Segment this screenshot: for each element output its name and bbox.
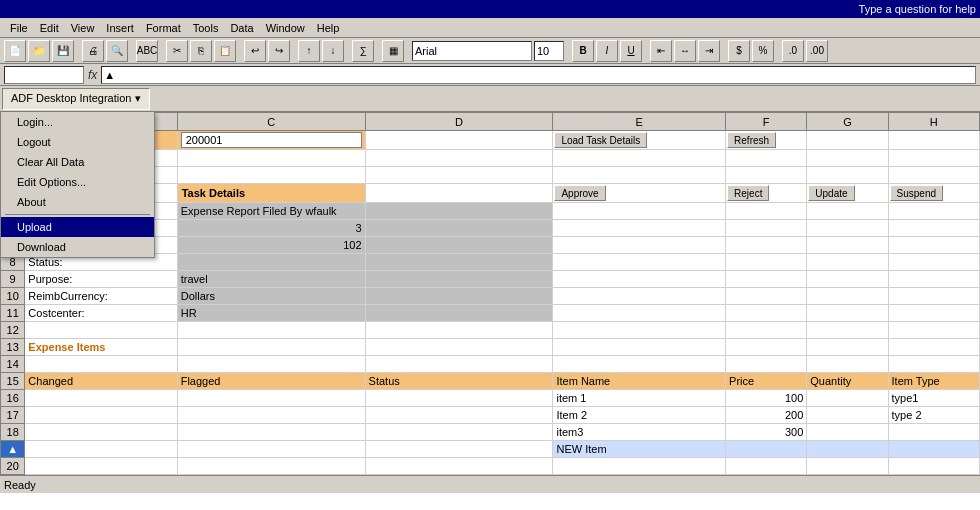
cell-d15: Status [365,373,553,390]
open-button[interactable]: 📁 [28,40,50,62]
cell-g4[interactable]: Update [807,184,888,203]
dropdown-separator [5,214,150,215]
cell-e13 [553,339,726,356]
decimal-inc-button[interactable]: .0 [782,40,804,62]
font-selector[interactable] [412,41,532,61]
cell-e7 [553,237,726,254]
cell-e1[interactable]: Load Task Details [553,131,726,150]
align-right-button[interactable]: ⇥ [698,40,720,62]
cell-d17 [365,407,553,424]
sum-button[interactable]: ∑ [352,40,374,62]
cell-b20 [25,458,177,475]
adf-menu-login[interactable]: Login... [1,112,154,132]
formula-bar: fx [0,64,980,86]
adf-integration-button[interactable]: ADF Desktop Integration ▾ [2,88,150,110]
col-header-g[interactable]: G [807,113,888,131]
name-box[interactable] [4,66,84,84]
row-header-20: 20 [1,458,25,475]
copy-button[interactable]: ⎘ [190,40,212,62]
adf-menu-logout[interactable]: Logout [1,132,154,152]
save-button[interactable]: 💾 [52,40,74,62]
percent-button[interactable]: % [752,40,774,62]
spell-button[interactable]: ABC [136,40,158,62]
cell-h8 [888,254,979,271]
cell-e6 [553,220,726,237]
table-row: 9 Purpose: travel [1,271,980,288]
menu-window[interactable]: Window [260,20,311,36]
cell-e4[interactable]: Approve [553,184,726,203]
cell-f4[interactable]: Reject [726,184,807,203]
menu-data[interactable]: Data [224,20,259,36]
cell-c12 [177,322,365,339]
undo-button[interactable]: ↩ [244,40,266,62]
align-left-button[interactable]: ⇤ [650,40,672,62]
col-header-d[interactable]: D [365,113,553,131]
menu-view[interactable]: View [65,20,101,36]
table-row: 14 [1,356,980,373]
update-button[interactable]: Update [808,185,854,201]
menu-tools[interactable]: Tools [187,20,225,36]
menu-file[interactable]: File [4,20,34,36]
cell-b16 [25,390,177,407]
col-header-f[interactable]: F [726,113,807,131]
adf-menu-edit-options[interactable]: Edit Options... [1,172,154,192]
cell-c10: Dollars [177,288,365,305]
preview-button[interactable]: 🔍 [106,40,128,62]
decimal-dec-button[interactable]: .00 [806,40,828,62]
load-task-details-button[interactable]: Load Task Details [554,132,647,148]
cell-f8 [726,254,807,271]
sort-desc-button[interactable]: ↓ [322,40,344,62]
row-header-13: 13 [1,339,25,356]
cell-h5 [888,203,979,220]
paste-button[interactable]: 📋 [214,40,236,62]
cut-button[interactable]: ✂ [166,40,188,62]
align-center-button[interactable]: ↔ [674,40,696,62]
cell-g14 [807,356,888,373]
adf-menu-clear[interactable]: Clear All Data [1,152,154,172]
menu-insert[interactable]: Insert [100,20,140,36]
currency-button[interactable]: $ [728,40,750,62]
user-id-input[interactable] [181,132,362,148]
italic-button[interactable]: I [596,40,618,62]
bold-button[interactable]: B [572,40,594,62]
table-row: 12 [1,322,980,339]
col-header-c[interactable]: C [177,113,365,131]
font-size-selector[interactable] [534,41,564,61]
cell-f10 [726,288,807,305]
adf-menu-about[interactable]: About [1,192,154,212]
menu-help[interactable]: Help [311,20,346,36]
cell-h4[interactable]: Suspend [888,184,979,203]
menu-format[interactable]: Format [140,20,187,36]
cell-f6 [726,220,807,237]
cell-e16: item 1 [553,390,726,407]
redo-button[interactable]: ↪ [268,40,290,62]
formula-input[interactable] [101,66,976,84]
adf-menu-upload[interactable]: Upload [1,217,154,237]
adf-menu-download[interactable]: Download [1,237,154,257]
menu-edit[interactable]: Edit [34,20,65,36]
cell-f1[interactable]: Refresh [726,131,807,150]
sort-asc-button[interactable]: ↑ [298,40,320,62]
table-row: 16 item 1 100 type1 [1,390,980,407]
cell-d10 [365,288,553,305]
cell-c1[interactable] [177,131,365,150]
underline-button[interactable]: U [620,40,642,62]
cell-e3 [553,167,726,184]
reject-button[interactable]: Reject [727,185,769,201]
cell-d2 [365,150,553,167]
cell-c9: travel [177,271,365,288]
suspend-button[interactable]: Suspend [890,185,943,201]
new-button[interactable]: 📄 [4,40,26,62]
cell-h9 [888,271,979,288]
print-button[interactable]: 🖨 [82,40,104,62]
refresh-button[interactable]: Refresh [727,132,776,148]
approve-button[interactable]: Approve [554,185,605,201]
cell-f5 [726,203,807,220]
cell-e11 [553,305,726,322]
toolbar: 📄 📁 💾 🖨 🔍 ABC ✂ ⎘ 📋 ↩ ↪ ↑ ↓ ∑ ▦ B I U ⇤ … [0,38,980,64]
col-header-e[interactable]: E [553,113,726,131]
cell-d1 [365,131,553,150]
cell-e18: item3 [553,424,726,441]
chart-icon[interactable]: ▦ [382,40,404,62]
col-header-h[interactable]: H [888,113,979,131]
